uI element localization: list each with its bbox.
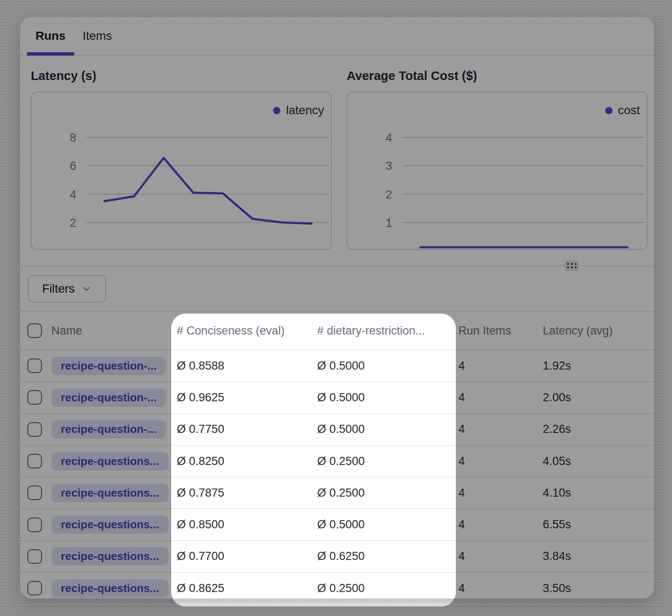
row-checkbox-cell [20, 549, 51, 564]
run-name-cell: recipe-questions... [51, 452, 171, 471]
row-checkbox[interactable] [27, 454, 42, 468]
run-name-badge[interactable]: recipe-questions... [51, 579, 169, 598]
row-checkbox-cell [20, 486, 51, 500]
table-row[interactable]: recipe-questions... Ø 0.8625 Ø 0.2500 4 … [20, 573, 654, 604]
filters-row: Filters [28, 275, 106, 302]
dietary-cell: Ø 0.5000 [315, 359, 455, 373]
column-header-latency-avg: Latency (avg) [543, 324, 654, 338]
latency-cell: 1.92s [543, 359, 654, 373]
run-name-badge[interactable]: recipe-questions... [51, 452, 169, 471]
svg-text:4: 4 [70, 188, 76, 201]
svg-text:4: 4 [386, 131, 392, 144]
legend-label: cost [618, 104, 640, 117]
table-row[interactable]: recipe-questions... Ø 0.8500 Ø 0.5000 4 … [20, 509, 654, 541]
column-header-conciseness: # Conciseness (eval) [171, 324, 315, 338]
latency-cell: 3.84s [543, 550, 654, 563]
latency-chart-title: Latency (s) [31, 69, 332, 83]
svg-text:3: 3 [386, 160, 392, 172]
dietary-cell: Ø 0.5000 [315, 518, 455, 531]
conciseness-cell: Ø 0.7700 [171, 550, 315, 563]
run-items-cell: 4 [455, 518, 543, 531]
run-name-badge[interactable]: recipe-questions... [51, 547, 169, 566]
cost-chart-block: Average Total Cost ($) 1234 cost [347, 69, 648, 250]
run-name-badge[interactable]: recipe-question-... [51, 357, 166, 375]
table-row[interactable]: recipe-questions... Ø 0.8250 Ø 0.2500 4 … [20, 446, 654, 477]
row-checkbox[interactable] [27, 581, 42, 595]
run-name-cell: recipe-question-... [51, 420, 171, 438]
filters-button[interactable]: Filters [28, 275, 106, 302]
conciseness-cell: Ø 0.7875 [171, 486, 315, 500]
run-name-badge[interactable]: recipe-question-... [51, 420, 166, 438]
row-checkbox[interactable] [27, 390, 42, 405]
column-header-run-items: Run Items [455, 324, 543, 338]
cost-chart-legend: cost [605, 104, 640, 117]
run-name-cell: recipe-question-... [51, 388, 171, 407]
charts-table-divider [20, 266, 654, 267]
dietary-cell: Ø 0.5000 [315, 391, 455, 404]
conciseness-cell: Ø 0.9625 [171, 391, 315, 404]
run-items-cell: 4 [455, 455, 543, 468]
latency-cell: 4.05s [543, 455, 654, 468]
cost-chart-title: Average Total Cost ($) [347, 69, 648, 83]
run-name-cell: recipe-questions... [51, 579, 171, 598]
latency-chart-block: Latency (s) 2468 latency [31, 69, 332, 250]
svg-text:2: 2 [386, 188, 392, 201]
tab-runs[interactable]: Runs [27, 17, 74, 55]
row-checkbox-cell [20, 390, 51, 405]
conciseness-cell: Ø 0.8625 [171, 582, 315, 595]
chevron-down-icon [81, 283, 92, 294]
dietary-cell: Ø 0.2500 [315, 486, 455, 500]
table-row[interactable]: recipe-questions... Ø 0.7875 Ø 0.2500 4 … [20, 477, 654, 509]
dietary-cell: Ø 0.6250 [315, 550, 455, 563]
table-row[interactable]: recipe-question-... Ø 0.9625 Ø 0.5000 4 … [20, 382, 654, 414]
run-items-cell: 4 [455, 359, 543, 373]
table-row[interactable]: recipe-question-... Ø 0.7750 Ø 0.5000 4 … [20, 414, 654, 446]
resize-drag-handle[interactable] [565, 260, 579, 271]
column-header-name: Name [51, 324, 171, 338]
conciseness-cell: Ø 0.8588 [171, 359, 315, 373]
run-name-cell: recipe-question-... [51, 357, 171, 375]
grip-dots-icon [566, 261, 578, 270]
conciseness-cell: Ø 0.7750 [171, 423, 315, 436]
row-checkbox[interactable] [27, 518, 42, 532]
runs-card: Runs Items Latency (s) 2468 latency Ave [20, 17, 654, 598]
table-row[interactable]: recipe-questions... Ø 0.7700 Ø 0.6250 4 … [20, 541, 654, 573]
svg-text:6: 6 [70, 160, 76, 172]
latency-chart-panel: 2468 latency [31, 92, 332, 250]
svg-text:2: 2 [70, 216, 76, 229]
row-checkbox[interactable] [27, 549, 42, 564]
legend-dot-icon [605, 107, 613, 114]
legend-dot-icon [273, 107, 280, 114]
latency-cell: 4.10s [543, 486, 654, 500]
run-name-badge[interactable]: recipe-questions... [51, 484, 169, 502]
run-name-cell: recipe-questions... [51, 484, 171, 502]
row-checkbox-cell [20, 518, 51, 532]
latency-cell: 6.55s [543, 518, 654, 531]
row-checkbox[interactable] [27, 486, 42, 500]
runs-table: Name # Conciseness (eval) # dietary-rest… [20, 311, 654, 604]
charts-section: Latency (s) 2468 latency Average Total C… [20, 55, 654, 266]
cost-chart-panel: 1234 cost [347, 92, 648, 250]
tab-runs-label: Runs [36, 29, 65, 43]
row-checkbox-cell [20, 581, 51, 595]
run-name-cell: recipe-questions... [51, 547, 171, 566]
select-all-checkbox[interactable] [27, 323, 42, 338]
svg-text:1: 1 [386, 216, 392, 229]
run-items-cell: 4 [455, 582, 543, 595]
row-checkbox-cell [20, 454, 51, 468]
legend-label: latency [286, 104, 324, 117]
tab-items[interactable]: Items [74, 17, 120, 55]
run-items-cell: 4 [455, 550, 543, 563]
select-all-cell [20, 323, 51, 338]
conciseness-cell: Ø 0.8250 [171, 455, 315, 468]
table-row[interactable]: recipe-question-... Ø 0.8588 Ø 0.5000 4 … [20, 350, 654, 382]
row-checkbox-cell [20, 358, 51, 373]
row-checkbox[interactable] [27, 422, 42, 437]
filters-button-label: Filters [42, 282, 74, 296]
tab-bar: Runs Items [20, 17, 654, 56]
row-checkbox[interactable] [27, 358, 42, 373]
run-items-cell: 4 [455, 391, 543, 404]
run-name-badge[interactable]: recipe-question-... [51, 388, 166, 407]
dietary-cell: Ø 0.2500 [315, 455, 455, 468]
run-name-badge[interactable]: recipe-questions... [51, 515, 169, 534]
